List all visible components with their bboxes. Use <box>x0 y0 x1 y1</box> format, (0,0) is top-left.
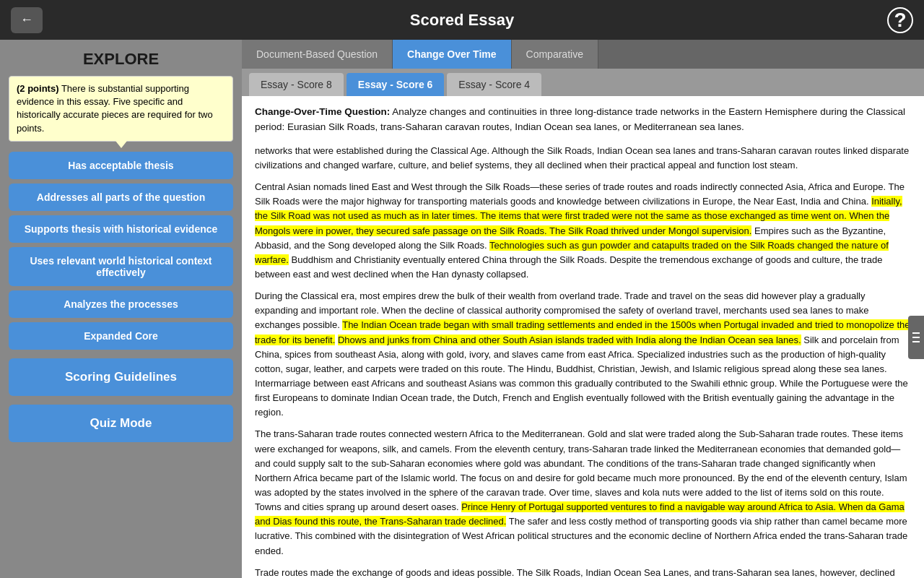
essay-paragraph-4: Trade routes made the exchange of goods … <box>255 566 911 578</box>
header: ← Scored Essay ? <box>0 0 924 40</box>
p2-seg4: Silk and porcelain from China, spices fr… <box>255 335 908 418</box>
question-line: Change-Over-Time Question: Analyze chang… <box>255 105 911 135</box>
tab-cot[interactable]: Change Over Time <box>393 40 511 69</box>
back-button[interactable]: ← <box>11 7 43 33</box>
essay-content[interactable]: Change-Over-Time Question: Analyze chang… <box>242 96 924 578</box>
main-layout: EXPLORE (2 points) There is substantial … <box>0 40 924 578</box>
help-button[interactable]: ? <box>887 7 913 33</box>
p2-seg3: Dhows and junks from China and other Sou… <box>338 335 801 345</box>
quiz-mode-button[interactable]: Quiz Mode <box>9 405 233 442</box>
essay-paragraph-0: networks that were established during th… <box>255 144 911 173</box>
scoring-guidelines-button[interactable]: Scoring Guidelines <box>9 358 233 396</box>
essay-tab-score6[interactable]: Essay - Score 6 <box>346 73 445 96</box>
sidebar: EXPLORE (2 points) There is substantial … <box>0 40 242 578</box>
p3-seg0: The trans-Saharan trade routes connected… <box>255 428 907 512</box>
has-thesis-button[interactable]: Has acceptable thesis <box>9 152 233 179</box>
expanded-core-button[interactable]: Expanded Core <box>9 322 233 350</box>
essay-paragraph-3: The trans-Saharan trade routes connected… <box>255 427 911 558</box>
tooltip-box: (2 points) There is substantial supporti… <box>9 76 233 142</box>
addresses-parts-button[interactable]: Addresses all parts of the question <box>9 184 233 211</box>
back-icon: ← <box>20 12 33 27</box>
essay-tab-score4[interactable]: Essay - Score 4 <box>447 73 541 96</box>
tab-comparative[interactable]: Comparative <box>512 40 598 69</box>
sidebar-title: EXPLORE <box>83 40 159 76</box>
essay-tab-score8[interactable]: Essay - Score 8 <box>249 73 344 96</box>
question-label: Change-Over-Time Question: <box>255 106 390 117</box>
p1-seg4: Buddhism and Christianity eventually ent… <box>255 254 882 280</box>
p1-seg0: Central Asian nomads lined East and West… <box>255 181 905 207</box>
scroll-line-3 <box>912 341 920 342</box>
scroll-line-2 <box>912 337 920 338</box>
world-historical-button[interactable]: Uses relevant world historical context e… <box>9 247 233 286</box>
analyzes-button[interactable]: Analyzes the processes <box>9 290 233 318</box>
scroll-handle[interactable] <box>908 316 924 359</box>
essay-paragraph-2: During the Classical era, most empires d… <box>255 289 911 420</box>
supports-thesis-button[interactable]: Supports thesis with historical evidence <box>9 215 233 243</box>
essay-tab-bar: Essay - Score 8 Essay - Score 6 Essay - … <box>242 69 924 96</box>
tab-dbq[interactable]: Document-Based Question <box>242 40 393 69</box>
tab-bar: Document-Based Question Change Over Time… <box>242 40 924 69</box>
scroll-line-1 <box>912 332 920 334</box>
essay-paragraph-1: Central Asian nomads lined East and West… <box>255 180 911 282</box>
page-title: Scored Essay <box>410 11 514 30</box>
help-icon: ? <box>894 9 906 32</box>
content-area: Document-Based Question Change Over Time… <box>242 40 924 578</box>
tooltip-points: (2 points) <box>17 83 59 94</box>
tooltip-arrow <box>116 141 127 148</box>
